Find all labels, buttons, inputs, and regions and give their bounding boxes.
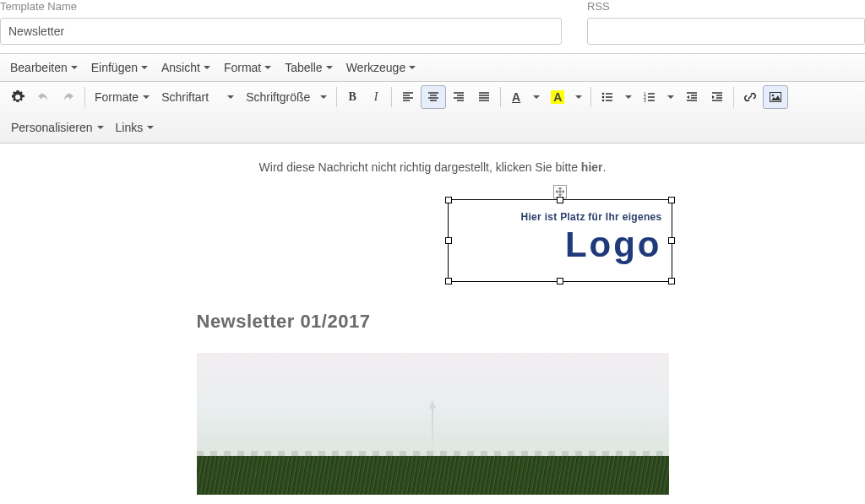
- hero-image[interactable]: [197, 353, 669, 495]
- caret-down-icon: [625, 95, 632, 99]
- image-selection-frame[interactable]: [448, 199, 672, 282]
- resize-handle-ne[interactable]: [668, 197, 675, 203]
- svg-text:3: 3: [644, 98, 646, 103]
- links-dropdown[interactable]: Links: [110, 116, 160, 139]
- bold-icon: B: [348, 90, 356, 104]
- editor-canvas[interactable]: Wird diese Nachricht nicht richtig darge…: [0, 144, 865, 495]
- formats-dropdown[interactable]: Formate: [89, 85, 155, 109]
- editor-toolbar: Formate Schriftart Schriftgröße B I A A: [0, 82, 865, 144]
- template-name-label: Template Name: [0, 0, 562, 13]
- svg-point-7: [772, 95, 775, 97]
- editor-menubar: Bearbeiten Einfügen Ansicht Format Tabel…: [0, 53, 865, 82]
- caret-down-icon: [97, 126, 104, 129]
- resize-handle-se[interactable]: [668, 278, 675, 285]
- caret-down-icon: [575, 95, 582, 99]
- resize-handle-nw[interactable]: [445, 197, 452, 203]
- insert-link-button[interactable]: [737, 85, 763, 109]
- text-color-arrow[interactable]: [528, 85, 545, 109]
- numbered-list-arrow[interactable]: [662, 85, 679, 109]
- outdent-icon: [685, 90, 699, 104]
- settings-button[interactable]: [5, 85, 30, 109]
- text-color-button[interactable]: A: [504, 85, 528, 109]
- caret-down-icon: [71, 66, 78, 69]
- menu-edit[interactable]: Bearbeiten: [5, 57, 83, 78]
- caret-down-icon: [141, 66, 148, 69]
- email-body: Hier ist Platz für Ihr eigenes Logo News…: [182, 186, 684, 495]
- resize-handle-sw[interactable]: [445, 278, 452, 285]
- image-icon: [769, 90, 782, 104]
- redo-button[interactable]: [56, 85, 81, 109]
- template-name-input[interactable]: [0, 18, 562, 45]
- caret-down-icon: [326, 66, 333, 69]
- rss-input[interactable]: [587, 18, 865, 45]
- italic-button[interactable]: I: [364, 85, 388, 109]
- menu-view[interactable]: Ansicht: [156, 57, 215, 78]
- align-left-button[interactable]: [395, 85, 421, 109]
- gear-icon: [11, 90, 24, 104]
- view-online-link[interactable]: hier: [581, 160, 603, 174]
- caret-down-icon: [667, 95, 674, 99]
- caret-down-icon: [409, 66, 416, 69]
- caret-down-icon: [227, 95, 234, 99]
- caret-down-icon: [147, 126, 154, 129]
- rss-label: RSS: [587, 0, 865, 13]
- align-left-icon: [401, 90, 415, 104]
- resize-handle-e[interactable]: [668, 237, 675, 244]
- caret-down-icon: [533, 95, 540, 99]
- caret-down-icon: [264, 66, 271, 69]
- align-justify-button[interactable]: [471, 85, 497, 109]
- svg-point-2: [602, 100, 605, 102]
- menu-tools[interactable]: Werkzeuge: [341, 57, 422, 78]
- caret-down-icon: [320, 95, 327, 99]
- numbered-list-button[interactable]: 123: [637, 85, 662, 109]
- numbered-list-icon: 123: [643, 90, 656, 104]
- outdent-button[interactable]: [679, 85, 705, 109]
- menu-table[interactable]: Tabelle: [280, 57, 337, 78]
- caret-down-icon: [143, 95, 150, 99]
- menu-insert[interactable]: Einfügen: [86, 57, 153, 78]
- highlight-icon: A: [551, 90, 564, 104]
- menu-format[interactable]: Format: [219, 57, 276, 78]
- align-right-icon: [452, 90, 465, 104]
- align-justify-icon: [477, 90, 491, 104]
- bold-button[interactable]: B: [340, 85, 364, 109]
- personalize-dropdown[interactable]: Personalisieren: [5, 116, 110, 139]
- view-online-notice: Wird diese Nachricht nicht richtig darge…: [0, 154, 865, 186]
- insert-image-button[interactable]: [763, 85, 788, 109]
- italic-icon: I: [374, 90, 378, 104]
- align-right-button[interactable]: [446, 85, 471, 109]
- background-color-arrow[interactable]: [570, 85, 587, 109]
- text-color-icon: A: [512, 90, 520, 104]
- undo-icon: [36, 90, 50, 104]
- bullet-list-icon: [601, 90, 614, 104]
- indent-icon: [710, 90, 724, 104]
- bullet-list-arrow[interactable]: [620, 85, 637, 109]
- undo-button[interactable]: [30, 85, 56, 109]
- link-icon: [743, 90, 757, 104]
- resize-handle-s[interactable]: [557, 278, 563, 285]
- redo-icon: [62, 90, 75, 104]
- caret-down-icon: [204, 66, 210, 69]
- align-center-button[interactable]: [421, 85, 446, 109]
- svg-point-0: [602, 93, 605, 95]
- resize-handle-n[interactable]: [557, 197, 563, 203]
- font-family-dropdown[interactable]: Schriftart: [155, 85, 240, 109]
- bullet-list-button[interactable]: [595, 85, 620, 109]
- align-center-icon: [427, 90, 440, 104]
- font-size-dropdown[interactable]: Schriftgröße: [240, 85, 333, 109]
- indent-button[interactable]: [705, 85, 730, 109]
- background-color-button[interactable]: A: [545, 85, 570, 109]
- resize-handle-w[interactable]: [445, 237, 452, 244]
- svg-point-1: [602, 96, 605, 99]
- newsletter-title[interactable]: Newsletter 01/2017: [197, 311, 669, 333]
